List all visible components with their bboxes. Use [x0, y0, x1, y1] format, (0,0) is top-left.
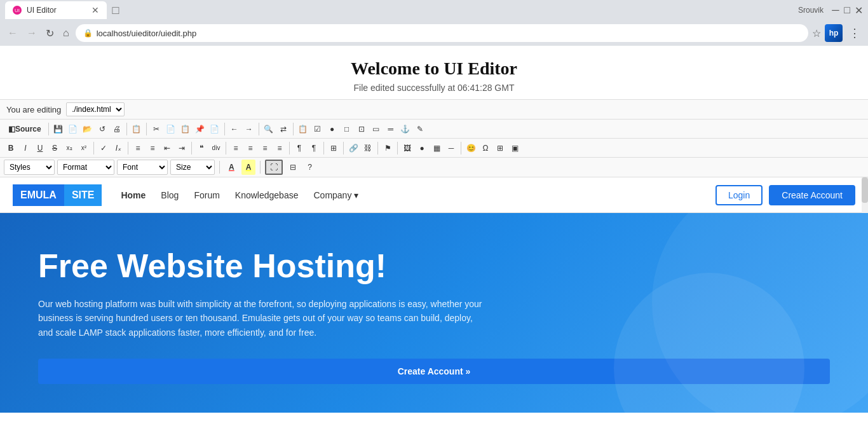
superscript-button[interactable]: x²	[77, 141, 91, 155]
paste-word-button[interactable]: 📄	[208, 122, 222, 136]
align-center-button[interactable]: ≡	[243, 141, 257, 155]
file-select[interactable]: ./index.html	[66, 102, 125, 116]
checkbox-button[interactable]: ☑	[311, 122, 325, 136]
smiley-button[interactable]: 😊	[464, 141, 478, 155]
select-button[interactable]: ▭	[369, 122, 383, 136]
div-button[interactable]: div	[209, 141, 223, 155]
editing-label: You are editing	[6, 105, 61, 114]
bidi-ltr-button[interactable]: ¶	[292, 141, 306, 155]
browser-tab[interactable]: UI UI Editor ✕	[5, 1, 107, 19]
redo-button[interactable]: →	[242, 122, 256, 136]
fullscreen-button[interactable]: ⛶	[265, 160, 283, 175]
edit-btn2[interactable]: ✎	[413, 122, 427, 136]
new-tab-button[interactable]: □	[107, 1, 125, 19]
company-dropdown-icon: ▾	[354, 190, 358, 200]
toolbar-separator-13	[343, 142, 344, 155]
toolbar-separator-5	[259, 123, 259, 135]
blockquote-button[interactable]: ❝	[194, 141, 208, 155]
subscript-button[interactable]: x₂	[62, 141, 76, 155]
page-break-button[interactable]: ⊞	[493, 141, 507, 155]
text-color-button[interactable]: A	[224, 160, 239, 175]
textarea-button[interactable]: ⊡	[355, 122, 369, 136]
bg-color-button[interactable]: A	[241, 160, 256, 175]
nav-links: Home Blog Forum Knowledgebase Company ▾	[121, 190, 358, 200]
textbox-button[interactable]: □	[340, 122, 354, 136]
remove-format-button[interactable]: Iₓ	[111, 141, 125, 155]
image-button[interactable]: 🖼	[400, 141, 414, 155]
outdent-button[interactable]: ⇤	[160, 141, 174, 155]
bidi-rtl-button[interactable]: ¶	[307, 141, 321, 155]
find-button[interactable]: 🔍	[262, 122, 276, 136]
table-button[interactable]: ▦	[430, 141, 444, 155]
paste-button[interactable]: 📋	[179, 122, 193, 136]
editing-bar: You are editing ./index.html	[0, 99, 868, 120]
hr-button[interactable]: ─	[444, 141, 458, 155]
paste-text-button[interactable]: 📌	[193, 122, 207, 136]
templates-button[interactable]: 📋	[130, 122, 144, 136]
special-char-button[interactable]: Ω	[478, 141, 492, 155]
anchor-button[interactable]: ⚓	[398, 122, 412, 136]
format-select[interactable]: Format	[57, 160, 114, 175]
italic-button[interactable]: I	[18, 141, 32, 155]
cut-button[interactable]: ✂	[149, 122, 163, 136]
undo-button[interactable]: ←	[227, 122, 241, 136]
home-button[interactable]: ⌂	[60, 25, 72, 41]
flash-button[interactable]: ●	[415, 141, 429, 155]
nav-blog-link[interactable]: Blog	[161, 190, 179, 200]
hero-create-account-button[interactable]: Create Account »	[38, 359, 830, 384]
iframe-button[interactable]: ▣	[508, 141, 522, 155]
reload-button[interactable]: ↺	[95, 122, 109, 136]
source-button[interactable]: ◧ Source	[4, 122, 46, 136]
more-button[interactable]: ⋮	[846, 24, 863, 43]
tab-favicon: UI	[13, 6, 22, 15]
indent-button[interactable]: ⇥	[175, 141, 189, 155]
link-button[interactable]: 🔗	[346, 141, 360, 155]
nav-forum-link[interactable]: Forum	[194, 190, 219, 200]
align-justify-button[interactable]: ≡	[273, 141, 287, 155]
new-doc-button[interactable]: 📄	[66, 122, 80, 136]
size-select[interactable]: Size	[170, 160, 215, 175]
create-account-nav-button[interactable]: Create Account	[769, 185, 855, 205]
help-button[interactable]: ?	[303, 160, 316, 175]
bookmark-button[interactable]: ☆	[812, 27, 821, 39]
scrollbar-thumb[interactable]	[862, 177, 868, 203]
save-button[interactable]: 💾	[51, 122, 65, 136]
nav-company-link[interactable]: Company ▾	[313, 190, 358, 200]
font-select[interactable]: Font	[117, 160, 168, 175]
find-replace-button[interactable]: ⇄	[276, 122, 290, 136]
print-button[interactable]: 🖨	[110, 122, 124, 136]
radio-button[interactable]: ●	[325, 122, 339, 136]
unordered-list-button[interactable]: ≡	[146, 141, 159, 155]
unlink-button[interactable]: ⛓	[361, 141, 375, 155]
forward-button[interactable]: →	[24, 25, 39, 41]
nav-home-link[interactable]: Home	[121, 190, 146, 200]
styles-select[interactable]: Styles	[4, 160, 55, 175]
hp-button[interactable]: hp	[825, 24, 843, 42]
maximize-button[interactable]: □	[843, 6, 851, 15]
minimize-button[interactable]: ─	[831, 6, 840, 15]
anchor-button-2[interactable]: ⚑	[381, 141, 395, 155]
clean-button[interactable]: ✓	[97, 141, 111, 155]
bold-button[interactable]: B	[4, 141, 18, 155]
table-insert-button[interactable]: ⊞	[327, 141, 341, 155]
open-button[interactable]: 📂	[81, 122, 95, 136]
source-icon: ◧	[8, 125, 15, 134]
align-left-button[interactable]: ≡	[229, 141, 243, 155]
underline-button[interactable]: U	[33, 141, 47, 155]
back-button[interactable]: ←	[5, 25, 20, 41]
refresh-button[interactable]: ↻	[43, 25, 57, 42]
login-button[interactable]: Login	[715, 185, 763, 205]
nav-knowledgebase-link[interactable]: Knowledgebase	[235, 190, 299, 200]
ordered-list-button[interactable]: ≡	[131, 141, 145, 155]
url-bar[interactable]: 🔒 localhost/uieditor/uiedit.php	[76, 24, 808, 42]
copy-button[interactable]: 📄	[164, 122, 178, 136]
split-view-button[interactable]: ⊟	[285, 160, 301, 175]
hline-button[interactable]: ═	[384, 122, 398, 136]
profile-name[interactable]: Srouvik	[798, 6, 824, 15]
align-right-button[interactable]: ≡	[258, 141, 272, 155]
toolbar-separator-12	[323, 142, 324, 155]
form-button[interactable]: 📋	[296, 122, 310, 136]
close-button[interactable]: ✕	[854, 6, 863, 15]
tab-close-button[interactable]: ✕	[92, 5, 99, 15]
strikethrough-button[interactable]: S	[48, 141, 62, 155]
